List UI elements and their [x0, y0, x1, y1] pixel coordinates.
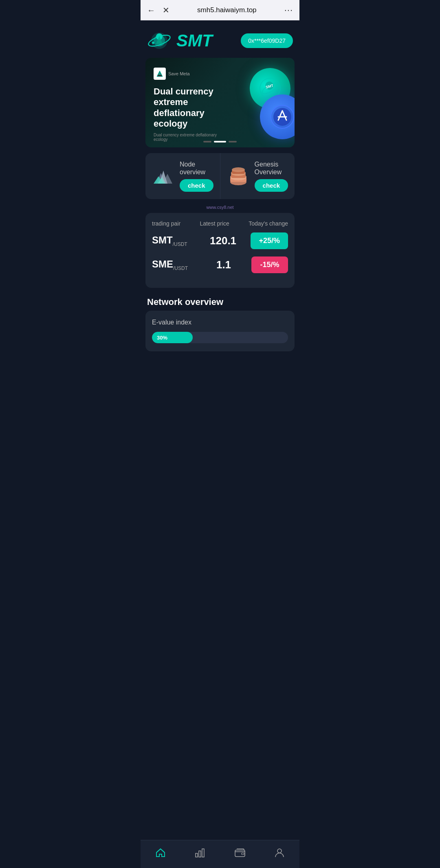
svg-rect-24 — [199, 851, 201, 857]
logo-icon — [147, 28, 172, 53]
chart-icon — [194, 847, 206, 858]
trading-header: trading pair Latest price Today's change — [152, 220, 288, 227]
svg-rect-27 — [242, 853, 244, 855]
svg-point-4 — [152, 42, 154, 44]
logo-area: SMT — [147, 28, 213, 53]
close-button[interactable]: ✕ — [163, 5, 169, 15]
trading-section: trading pair Latest price Today's change… — [145, 213, 295, 288]
svg-point-22 — [232, 167, 245, 172]
back-button[interactable]: ← — [147, 6, 155, 15]
wallet-badge[interactable]: 0x***6ef09D27 — [241, 33, 293, 48]
progress-label: 30% — [157, 335, 167, 341]
more-button[interactable]: ··· — [284, 5, 293, 15]
browser-bar: ← ✕ smh5.haiwaiym.top ··· — [141, 0, 299, 20]
save-meta-icon — [154, 68, 166, 80]
nav-home[interactable] — [147, 845, 174, 860]
nav-profile[interactable] — [266, 845, 293, 860]
svg-rect-25 — [202, 849, 204, 857]
sme-price: 1.1 — [188, 259, 251, 271]
dot-1[interactable] — [203, 141, 211, 142]
dot-2[interactable] — [214, 141, 226, 142]
nav-wallet[interactable] — [226, 845, 254, 860]
banner-section: Save Meta Dual currency extreme deflatio… — [145, 58, 295, 147]
col-todays-change: Today's change — [249, 220, 288, 227]
genesis-overview-card: Genesis Overview check — [220, 153, 295, 199]
save-meta-logo: Save Meta — [154, 68, 286, 80]
home-icon — [155, 847, 166, 858]
svg-rect-26 — [235, 850, 245, 857]
main-content: SMT 0x***6ef09D27 Save Meta Dual currenc… — [141, 20, 299, 384]
trading-row-smt: SMT/USDT 120.1 +25/% — [152, 232, 288, 249]
wallet-icon — [234, 847, 246, 858]
node-overview-card: Node overview check — [145, 153, 220, 199]
progress-bar-background: 30% — [152, 332, 288, 343]
genesis-check-button[interactable]: check — [255, 179, 288, 192]
smt-change-badge: +25/% — [251, 232, 288, 249]
dot-3[interactable] — [229, 141, 237, 142]
col-trading-pair: trading pair — [152, 220, 180, 227]
node-check-button[interactable]: check — [180, 179, 213, 192]
network-section: E-value index 30% — [145, 311, 295, 351]
nav-chart[interactable] — [186, 845, 214, 860]
browser-url: smh5.haiwaiym.top — [174, 6, 279, 14]
mountain-icon — [152, 165, 175, 188]
genesis-overview-info: Genesis Overview check — [255, 160, 288, 192]
smt-price: 120.1 — [187, 235, 251, 247]
overview-section: Node overview check Genesis Overvi — [145, 153, 295, 199]
banner-title: Dual currency extreme deflationary ecolo… — [154, 86, 227, 129]
node-overview-info: Node overview check — [180, 160, 213, 192]
header-section: SMT 0x***6ef09D27 — [141, 20, 299, 58]
banner-dots — [203, 141, 237, 142]
browser-nav[interactable]: ← ✕ — [147, 5, 169, 15]
smt-pair: SMT/USDT — [152, 235, 187, 247]
col-latest-price: Latest price — [200, 220, 229, 227]
sme-change-badge: -15/% — [251, 256, 288, 273]
trading-row-sme: SME/USDT 1.1 -15/% — [152, 256, 288, 273]
progress-bar-fill: 30% — [152, 332, 193, 343]
layers-icon — [227, 165, 250, 188]
banner-subtitle: Dual currency extreme deflationary ecolo… — [154, 133, 227, 142]
network-overview-title: Network overview — [141, 291, 299, 311]
genesis-overview-label: Genesis Overview — [255, 160, 288, 176]
banner-content: Save Meta Dual currency extreme deflatio… — [145, 58, 295, 147]
profile-icon — [274, 847, 285, 858]
logo-title: SMT — [176, 31, 213, 50]
bottom-nav — [141, 840, 299, 868]
evalue-label: E-value index — [152, 319, 288, 326]
save-meta-label: Save Meta — [168, 71, 190, 76]
svg-point-28 — [277, 849, 282, 853]
node-overview-label: Node overview — [180, 160, 213, 176]
sme-pair: SME/USDT — [152, 259, 188, 271]
svg-rect-23 — [196, 853, 198, 857]
watermark: www.csy8.net — [141, 205, 299, 210]
